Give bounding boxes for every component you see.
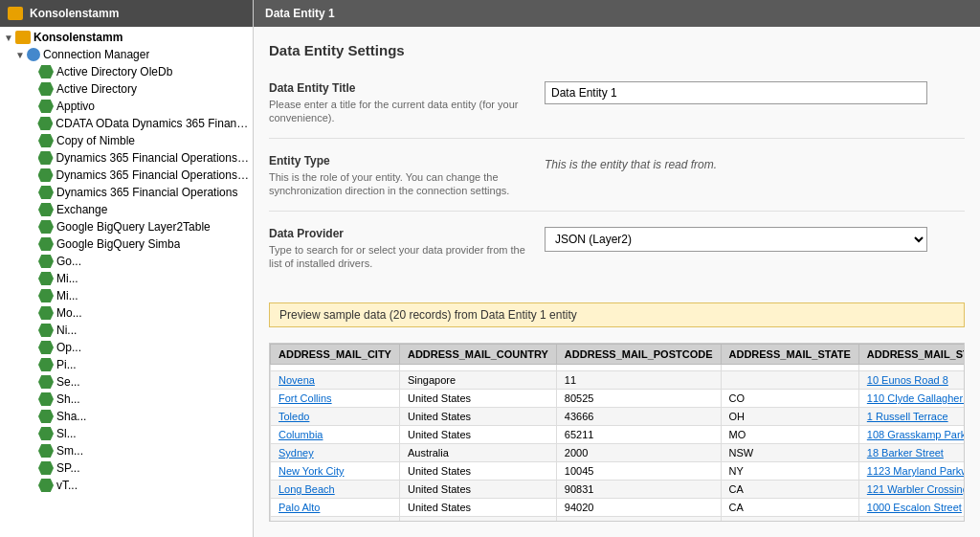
table-cell: United States [399, 499, 556, 517]
ks-icon [15, 31, 31, 44]
entity-type-section: Entity Type This is the role of your ent… [269, 154, 965, 212]
sidebar-item-sp1[interactable]: SP... [0, 459, 253, 477]
table-row: NovenaSingapore1110 Eunos Road 8 [271, 371, 966, 390]
table-cell: OH [721, 408, 858, 426]
sidebar-item-label: Active Directory [56, 82, 137, 96]
col-header-address-mail-state: ADDRESS_MAIL_STATE [721, 345, 858, 365]
sidebar-item-konsolenstamm[interactable]: ▼Konsolenstamm [0, 29, 253, 46]
node-icon [38, 392, 54, 406]
entity-type-label-text: Entity Type [269, 154, 537, 168]
node-icon [38, 134, 54, 147]
sidebar-item-label: Konsolenstamm [33, 31, 122, 44]
sidebar-item-label: Dynamics 365 Financial Operations [56, 186, 237, 199]
table-cell: 65211 [556, 426, 721, 444]
sidebar-item-exchange[interactable]: Exchange [0, 201, 253, 218]
table-cell: New York City [271, 462, 400, 481]
node-icon [38, 427, 54, 440]
sidebar-item-mo1[interactable]: Mo... [0, 304, 253, 322]
sidebar-item-dynamics365-oa1[interactable]: Dynamics 365 Financial Operations OA [0, 149, 253, 167]
sidebar-item-active-directory[interactable]: Active Directory [0, 80, 253, 98]
sidebar-item-mi1[interactable]: Mi... [0, 270, 253, 287]
entity-title-desc: Please enter a title for the current dat… [269, 99, 518, 123]
sidebar-item-sha1[interactable]: Sha... [0, 408, 253, 425]
sidebar-item-label: Dynamics 365 Financial Operations OA [56, 168, 249, 182]
node-icon [38, 444, 54, 458]
sidebar-item-op1[interactable]: Op... [0, 339, 253, 356]
sidebar-item-cdata-odata[interactable]: CDATA OData Dynamics 365 Financial t [0, 115, 253, 132]
table-cell: 80525 [556, 390, 721, 408]
col-header-address-mail-city: ADDRESS_MAIL_CITY [271, 345, 400, 365]
sidebar-item-dynamics365-fo[interactable]: Dynamics 365 Financial Operations [0, 184, 253, 201]
sidebar-item-label: Ni... [56, 324, 77, 337]
entity-type-label: Entity Type This is the role of your ent… [269, 154, 537, 197]
table-cell: 43666 [556, 408, 721, 426]
sidebar-item-sm1[interactable]: Sm... [0, 442, 253, 459]
sidebar-item-sh1[interactable]: Sh... [0, 391, 253, 408]
node-icon [38, 479, 54, 492]
sidebar-item-label: Go... [56, 255, 81, 268]
sidebar-item-vt1[interactable]: vT... [0, 477, 253, 494]
sidebar-item-mi2[interactable]: Mi... [0, 287, 253, 304]
table-row: New York CityUnited States10045NY1123 Ma… [271, 462, 966, 481]
sidebar-item-apptivo[interactable]: Apptivo [0, 98, 253, 115]
data-provider-select-wrapper: JSON (Layer2)ODataSQL ServerCDATA [545, 227, 965, 252]
sidebar-item-se1[interactable]: Se... [0, 373, 253, 391]
sidebar-item-label: Se... [56, 375, 80, 389]
sidebar-item-label: Sh... [56, 392, 80, 406]
sidebar-item-go1[interactable]: Go... [0, 253, 253, 270]
table-cell: Novena [271, 371, 400, 390]
table-cell: Avda. Los llanos 34 [858, 517, 965, 523]
table-row: ColumbiaUnited States65211MO108 Grasskam… [271, 426, 966, 444]
sidebar-item-pi1[interactable]: Pi... [0, 356, 253, 373]
table-cell: United States [399, 462, 556, 481]
settings-title: Data Entity Settings [269, 42, 965, 58]
table-cell: 1123 Maryland Parkway [858, 462, 965, 481]
sidebar-item-label: SP... [56, 461, 79, 475]
sidebar-item-sl1[interactable]: Sl... [0, 425, 253, 442]
col-header-address-mail-postcode: ADDRESS_MAIL_POSTCODE [556, 345, 721, 365]
table-row: Fort CollinsUnited States80525CO110 Clyd… [271, 390, 966, 408]
table-cell: 10045 [556, 462, 721, 481]
col-header-address-mail-street: ADDRESS_MAIL_STREET [858, 345, 965, 365]
table-cell: United States [399, 408, 556, 426]
table-cell [858, 365, 965, 371]
sidebar-item-label: Connection Manager [43, 48, 149, 61]
sidebar-item-ni1[interactable]: Ni... [0, 322, 253, 339]
node-icon [38, 272, 54, 285]
node-icon [38, 151, 54, 165]
data-table-wrapper[interactable]: ADDRESS_MAIL_CITYADDRESS_MAIL_COUNTRYADD… [269, 343, 965, 522]
entity-title-label: Data Entity Title Please enter a title f… [269, 81, 537, 124]
sidebar-item-label: Mi... [56, 272, 78, 285]
sidebar-item-label: Sm... [56, 444, 83, 458]
node-icon [38, 237, 54, 251]
entity-title-input[interactable] [545, 81, 927, 104]
sidebar-item-active-directory-oledb[interactable]: Active Directory OleDb [0, 63, 253, 80]
data-provider-select[interactable]: JSON (Layer2)ODataSQL ServerCDATA [545, 227, 927, 252]
table-cell [271, 365, 400, 371]
sidebar-item-google-bigquery-l2t[interactable]: Google BigQuery Layer2Table [0, 218, 253, 235]
node-icon [38, 289, 54, 302]
table-cell: MO [721, 426, 858, 444]
entity-type-desc: This is the role of your entity. You can… [269, 171, 509, 196]
sidebar-item-dynamics365-oa2[interactable]: Dynamics 365 Financial Operations OA [0, 167, 253, 184]
sidebar-item-label: vT... [56, 479, 78, 492]
sidebar-item-label: Google BigQuery Simba [56, 237, 180, 251]
table-cell: 121 Warbler Crossing [858, 481, 965, 499]
conn-icon [27, 48, 40, 61]
node-icon [38, 358, 54, 371]
sidebar-item-connection-manager[interactable]: ▼Connection Manager [0, 46, 253, 63]
table-cell [556, 365, 721, 371]
sidebar-item-label: Active Directory OleDb [56, 65, 172, 78]
sidebar-item-google-bigquery-simba[interactable]: Google BigQuery Simba [0, 235, 253, 253]
sidebar-item-copy-of-nimble[interactable]: Copy of Nimble [0, 132, 253, 149]
node-icon [38, 65, 54, 78]
table-cell [721, 365, 858, 371]
entity-title-label-text: Data Entity Title [269, 81, 537, 95]
node-icon [38, 100, 54, 113]
sidebar-title-label: Konsolenstamm [30, 7, 119, 20]
table-cell: LO [721, 517, 858, 523]
panel-header-title: Data Entity 1 [265, 7, 335, 20]
node-icon [38, 375, 54, 389]
table-cell: 18 Barker Street [858, 444, 965, 462]
sidebar-item-label: Copy of Nimble [56, 134, 135, 147]
